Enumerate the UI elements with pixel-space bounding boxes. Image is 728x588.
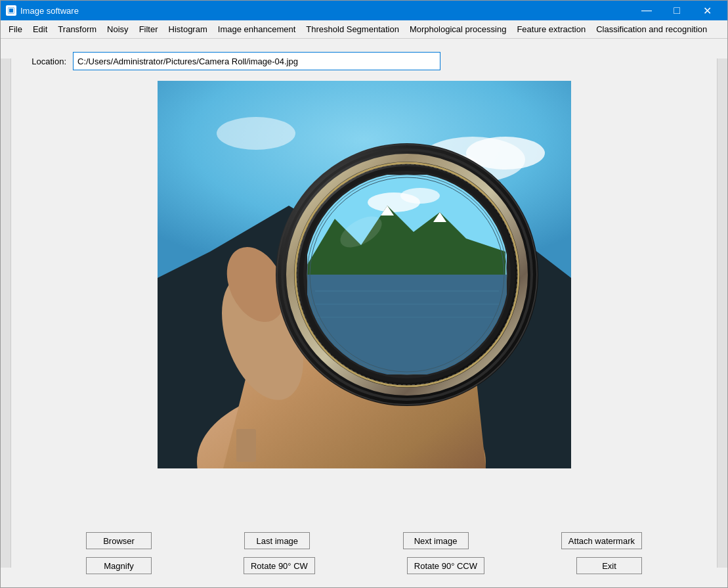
app-icon (6, 5, 16, 16)
buttons-row1: Browser Last image Next image Attach wat… (20, 527, 708, 554)
title-bar-left: Image software (6, 5, 79, 16)
close-button[interactable]: ✕ (692, 1, 722, 20)
menu-item-threshold-segmentation[interactable]: Threshold Segmentation (301, 22, 404, 37)
maximize-button[interactable]: □ (662, 1, 692, 20)
side-panel-left (1, 58, 11, 568)
svg-rect-15 (236, 429, 256, 462)
camera-scene (158, 81, 571, 468)
menu-bar: File Edit Transform Noisy Filter Histogr… (1, 20, 727, 39)
menu-item-filter[interactable]: Filter (134, 22, 163, 37)
content-area: Location: (1, 39, 727, 587)
menu-item-histogram[interactable]: Histogram (163, 22, 213, 37)
rotate-ccw-button[interactable]: Rotate 90° CCW (407, 557, 484, 574)
image-container (20, 81, 708, 527)
menu-item-edit[interactable]: Edit (28, 22, 53, 37)
svg-rect-2 (9, 9, 13, 12)
side-panel-right (717, 58, 727, 568)
title-bar: Image software — □ ✕ (1, 1, 727, 20)
image-display (158, 81, 571, 468)
magnify-button[interactable]: Magnify (86, 557, 152, 574)
next-image-button[interactable]: Next image (403, 532, 469, 549)
menu-item-classification-recognition[interactable]: Classification and recognition (591, 22, 712, 37)
minimize-button[interactable]: — (632, 1, 662, 20)
location-label: Location: (20, 57, 66, 66)
camera-svg (158, 81, 571, 468)
menu-item-noisy[interactable]: Noisy (102, 22, 134, 37)
location-input[interactable] (73, 52, 440, 70)
window-title: Image software (20, 6, 79, 16)
menu-item-transform[interactable]: Transform (53, 22, 102, 37)
title-bar-controls: — □ ✕ (632, 1, 722, 20)
menu-item-image-enhancement[interactable]: Image enhancement (213, 22, 301, 37)
rotate-cw-button[interactable]: Rotate 90° CW (244, 557, 315, 574)
exit-button[interactable]: Exit (576, 557, 642, 574)
menu-item-file[interactable]: File (3, 22, 28, 37)
buttons-row2: Magnify Rotate 90° CW Rotate 90° CCW Exi… (20, 554, 708, 581)
menu-item-morphological-processing[interactable]: Morphological processing (404, 22, 511, 37)
svg-point-26 (400, 188, 440, 204)
main-window: Image software — □ ✕ File Edit Transform… (0, 0, 728, 588)
browser-button[interactable]: Browser (86, 532, 152, 549)
attach-watermark-button[interactable]: Attach watermark (561, 532, 642, 549)
last-image-button[interactable]: Last image (244, 532, 310, 549)
menu-item-feature-extraction[interactable]: Feature extraction (511, 22, 591, 37)
svg-point-8 (217, 117, 295, 150)
location-row: Location: (20, 52, 708, 70)
